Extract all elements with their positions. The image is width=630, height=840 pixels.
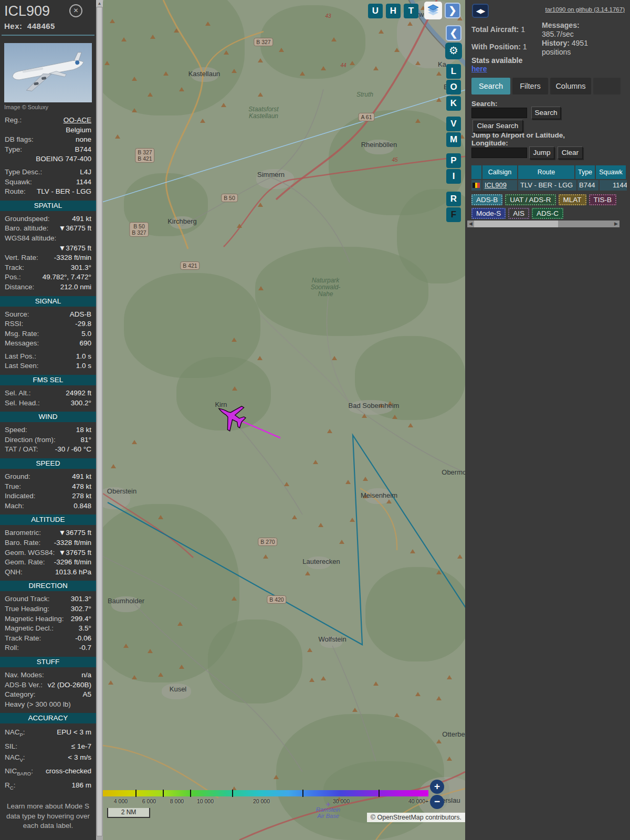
tab-search[interactable]: Search [471, 78, 510, 94]
hscrollbar-thumb[interactable] [474, 220, 558, 227]
route-number-label: 44 [340, 62, 346, 68]
data-row: Magnetic Heading:299.4° [0, 614, 96, 624]
sidebar-scrollbar-thumb[interactable] [97, 7, 102, 836]
map-button-r[interactable]: R [446, 192, 461, 206]
registration-link[interactable]: OO-ACE [24, 116, 91, 125]
row-callsign-link[interactable]: ICL909 [485, 181, 507, 189]
hex-label: Hex: [4, 22, 23, 30]
route-number-label: 45 [392, 157, 397, 163]
map-button-l[interactable]: L [446, 64, 461, 79]
town-label: Simmern [257, 171, 285, 178]
col-header-flag[interactable] [471, 165, 481, 179]
section-header-signal: SIGNAL [0, 296, 96, 307]
peak-icon [307, 648, 312, 652]
map-button-i[interactable]: I [446, 169, 461, 184]
total-aircraft-label: Total Aircraft: [471, 25, 519, 34]
town-label: Kastellaun [188, 70, 220, 78]
col-header-Type[interactable]: Type [575, 165, 595, 179]
search-input[interactable] [471, 108, 527, 118]
row-label: Mach: [5, 501, 24, 511]
map-button-m[interactable]: M [446, 132, 461, 147]
clear-button[interactable]: Clear [558, 146, 583, 159]
search-button[interactable]: Search [531, 107, 561, 119]
map-button-o[interactable]: O [446, 80, 461, 94]
source-badge-mlat[interactable]: MLAT [559, 194, 586, 205]
aircraft-row[interactable]: ICL909TLV - BER - LGGB7441144▼3 [471, 179, 627, 191]
source-badge-ads-c[interactable]: ADS-C [532, 208, 563, 219]
panel-collapse-button[interactable]: ◀▶ [472, 4, 489, 18]
peak-icon [379, 29, 384, 34]
legend-tick-label: 6 000 [142, 798, 156, 804]
row-value: -0.06 [43, 634, 91, 644]
tab-columns[interactable]: Columns [550, 78, 591, 94]
peak-icon [115, 134, 120, 139]
data-row: Messages:690 [0, 339, 96, 349]
jump-button[interactable]: Jump [529, 146, 554, 159]
total-aircraft-value: 1 [521, 25, 525, 34]
table-horizontal-scrollbar[interactable]: ◀ ▶ [467, 220, 620, 227]
source-badge-uat-ads-r[interactable]: UAT / ADS-R [505, 194, 555, 205]
map[interactable]: OberweselKastellaunSimmernRheinböllenKir… [103, 0, 465, 840]
zoom-out-button[interactable]: − [430, 795, 444, 809]
scroll-right-icon[interactable]: ▶ [613, 220, 620, 227]
road-badge: B 327 [254, 38, 273, 46]
sidebar-scrollbar[interactable]: ▲ [96, 0, 103, 840]
road-badge: B 327B 421 [135, 148, 154, 163]
data-row: BOEING 747-400 [0, 154, 96, 164]
source-badge-tis-b[interactable]: TIS-B [589, 194, 617, 205]
map-button-p[interactable]: P [446, 153, 461, 168]
scroll-up-icon[interactable]: ▲ [96, 0, 103, 7]
legend-tick [135, 790, 136, 797]
row-value: cross-checked [35, 765, 91, 779]
map-button-h[interactable]: H [386, 4, 401, 18]
zoom-in-button[interactable]: + [430, 780, 444, 794]
col-header-Callsign[interactable]: Callsign [482, 165, 517, 179]
map-button-t[interactable]: T [404, 4, 418, 18]
jump-input[interactable] [471, 148, 527, 158]
peak-icon [284, 482, 289, 486]
row-label: Sel. Head.: [5, 398, 40, 408]
settings-button[interactable]: ⚙ [445, 43, 462, 59]
col-header-Squawk[interactable]: Squawk [596, 165, 626, 179]
source-badge-ais[interactable]: AIS [508, 208, 529, 219]
col-header-Route[interactable]: Route [518, 165, 574, 179]
tab-filters[interactable]: Filters [512, 78, 548, 94]
peak-icon [111, 464, 116, 468]
scroll-left-icon[interactable]: ◀ [467, 220, 474, 227]
stats-here-link[interactable]: here [471, 65, 487, 73]
peak-icon [263, 554, 268, 559]
expand-right-button[interactable]: ❯ [445, 3, 460, 18]
github-version-link[interactable]: tar1090 on github (3.14.1767) [545, 6, 625, 13]
map-button-u[interactable]: U [368, 4, 383, 18]
gear-icon: ⚙ [449, 45, 458, 56]
source-badge-mode-s[interactable]: Mode-S [471, 208, 506, 219]
row-label: Speed: [5, 425, 27, 435]
clear-search-button[interactable]: Clear Search [472, 120, 523, 132]
town-label: Baumholder [108, 597, 144, 605]
data-row: Nav. Modes:n/a [0, 670, 96, 680]
row-value: -30 / -60 °C [40, 445, 91, 455]
data-row: Belgium [0, 125, 96, 135]
data-row: NACP:EPU < 3 m [0, 727, 96, 740]
aircraft-detail-sidebar: ICL909 ✕ Hex: 448465 Image © Souluxy Reg… [0, 0, 96, 840]
peak-icon [386, 499, 392, 503]
aircraft-photo[interactable] [4, 43, 92, 102]
peak-icon [352, 708, 358, 712]
map-button-f[interactable]: F [446, 207, 461, 222]
row-label: Nav. Modes: [5, 670, 44, 680]
row-label: True Heading: [5, 604, 49, 614]
collapse-left-button[interactable]: ❮ [446, 25, 461, 41]
map-button-k[interactable]: K [446, 96, 461, 111]
data-row: Track:301.3° [0, 263, 96, 273]
chevron-right-icon: ❯ [448, 5, 456, 16]
section-header-accuracy: ACCURACY [0, 713, 96, 723]
peak-icon [332, 356, 337, 360]
source-badge-ads-b[interactable]: ADS-B [471, 194, 502, 205]
legend-tick-label: 4 000 [114, 798, 128, 804]
layers-button[interactable] [424, 2, 442, 19]
chevron-left-icon: ❮ [449, 28, 457, 38]
close-icon[interactable]: ✕ [69, 4, 82, 17]
map-button-v[interactable]: V [446, 117, 461, 131]
row-label: Heavy (> 300 000 lb) [5, 700, 71, 710]
map-attribution[interactable]: © OpenStreetMap contributors. [367, 813, 465, 822]
